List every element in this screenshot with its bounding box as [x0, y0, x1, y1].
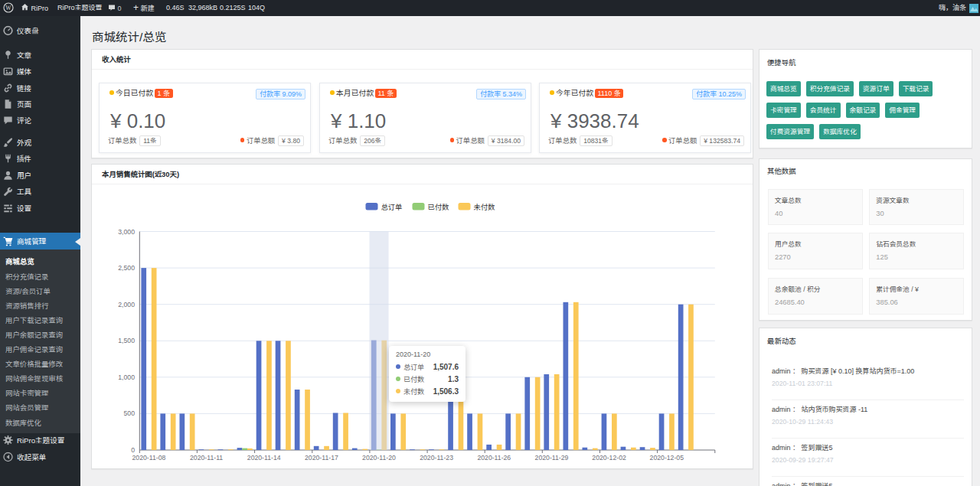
svg-text:2020-11-20: 2020-11-20	[362, 454, 396, 462]
svg-text:已付数: 已付数	[428, 203, 450, 211]
svg-text:未付数: 未付数	[474, 203, 496, 211]
svg-text:3,000: 3,000	[118, 228, 135, 236]
svg-text:2,500: 2,500	[118, 264, 135, 272]
svg-text:2020-11-26: 2020-11-26	[477, 454, 511, 462]
svg-text:2020-11-23: 2020-11-23	[420, 454, 453, 462]
svg-text:1,000: 1,000	[118, 373, 135, 381]
svg-text:2020-12-05: 2020-12-05	[650, 454, 684, 462]
svg-text:500: 500	[124, 409, 136, 417]
svg-text:2020-11-17: 2020-11-17	[305, 454, 338, 462]
svg-text:W: W	[5, 4, 11, 11]
svg-text:2020-11-14: 2020-11-14	[247, 454, 281, 462]
svg-text:2020-11-11: 2020-11-11	[190, 454, 223, 462]
svg-text:2020-11-08: 2020-11-08	[132, 454, 166, 462]
svg-text:2020-11-29: 2020-11-29	[535, 454, 569, 462]
svg-text:0: 0	[131, 446, 135, 454]
svg-text:1,500: 1,500	[118, 337, 135, 344]
svg-text:2020-12-02: 2020-12-02	[592, 454, 626, 462]
svg-text:2,000: 2,000	[118, 301, 135, 308]
svg-text:总订单: 总订单	[381, 204, 403, 211]
